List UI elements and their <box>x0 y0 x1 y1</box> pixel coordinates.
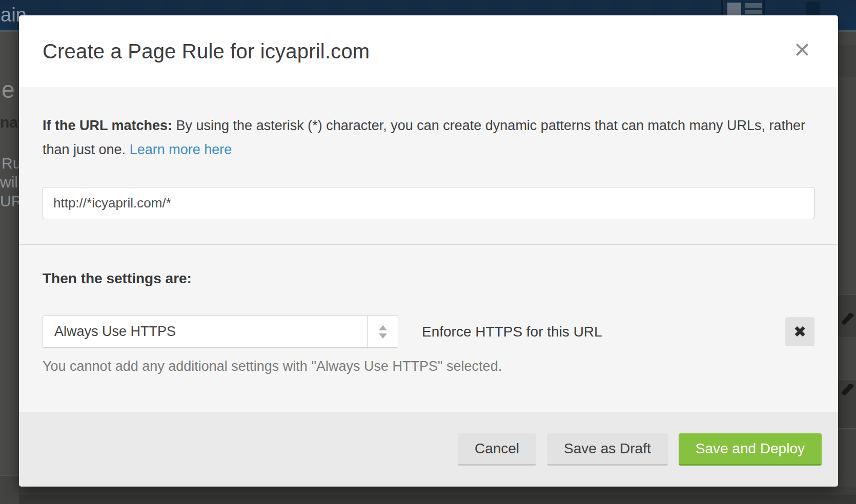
background-panel-edge <box>0 475 19 504</box>
background-page-bottom-edge <box>19 487 856 504</box>
save-deploy-button[interactable]: Save and Deploy <box>679 433 822 466</box>
background-text-fragment: Ru <box>2 155 21 172</box>
background-table-band <box>838 45 856 77</box>
background-text-fragment: will <box>0 174 22 191</box>
wrench-icon <box>841 383 854 396</box>
spinner-up-icon <box>379 325 387 330</box>
news-icon-line <box>745 10 762 14</box>
wrench-icon <box>841 312 854 326</box>
settings-heading: Then the settings are: <box>43 270 814 287</box>
remove-setting-button[interactable]: ✖ <box>785 317 814 346</box>
news-icon-line <box>745 3 762 8</box>
background-page-left-edge: e nav Ru will UR <box>0 32 19 504</box>
setting-row: Always Use HTTPS Enforce HTTPS for this … <box>43 316 814 348</box>
learn-more-link[interactable]: Learn more here <box>130 142 232 157</box>
save-draft-button[interactable]: Save as Draft <box>547 433 668 466</box>
modal-footer: Cancel Save as Draft Save and Deploy <box>19 412 838 487</box>
url-pattern-input[interactable] <box>43 187 814 219</box>
cancel-button[interactable]: Cancel <box>458 433 536 466</box>
setting-description: Enforce HTTPS for this URL <box>422 324 602 340</box>
top-bar-widget <box>806 2 820 15</box>
url-match-description: If the URL matches: By using the asteris… <box>43 114 806 162</box>
modal-header: Create a Page Rule for icyapril.com × <box>19 15 838 88</box>
spinner-down-icon <box>379 333 387 339</box>
setting-select-value: Always Use HTTPS <box>43 324 367 340</box>
setting-select[interactable]: Always Use HTTPS <box>43 316 398 348</box>
news-icon <box>727 3 741 15</box>
page-rule-modal: Create a Page Rule for icyapril.com × If… <box>19 15 838 487</box>
helper-text: You cannot add any additional settings w… <box>43 359 814 374</box>
close-icon: × <box>794 34 810 65</box>
background-page-right-edge <box>838 32 856 504</box>
modal-title: Create a Page Rule for icyapril.com <box>43 40 370 63</box>
remove-icon: ✖ <box>793 323 806 341</box>
select-spinner[interactable] <box>367 316 398 347</box>
url-match-label: If the URL matches: <box>43 118 172 133</box>
settings-section: Then the settings are: Always Use HTTPS … <box>19 245 838 412</box>
url-match-section: If the URL matches: By using the asteris… <box>19 88 838 245</box>
close-button[interactable]: × <box>788 35 817 64</box>
background-panel-edge <box>19 495 856 504</box>
background-text-fragment: e <box>2 76 15 103</box>
